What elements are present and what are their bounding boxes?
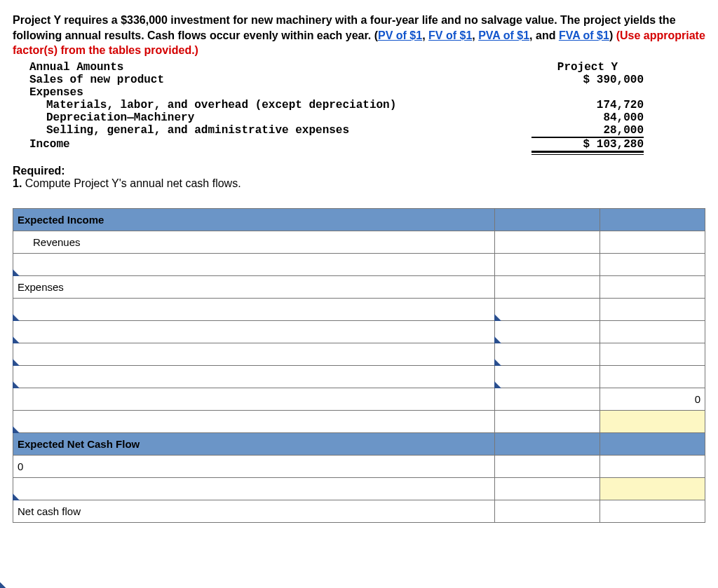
depreciation-value: 84,000 [531,111,644,124]
expected-net-cash-flow-header: Expected Net Cash Flow [13,433,495,456]
dropdown-input-2[interactable] [13,299,495,321]
input-7-col1[interactable] [495,478,600,500]
sales-label: Sales of new product [13,74,164,86]
subtotal-label[interactable] [13,388,495,411]
pva-link[interactable]: PVA of $1 [478,29,529,41]
input-4-col2[interactable] [600,343,705,366]
net-cash-flow-label: Net cash flow [13,500,495,523]
ncf-col2-header [600,433,705,456]
income-statement: Annual Amounts Project Y Sales of new pr… [13,61,644,155]
fva-link[interactable]: FVA of $1 [559,29,609,41]
required-title: Required: [13,165,65,177]
revenues-col1[interactable] [495,231,600,254]
expenses-col2[interactable] [600,276,705,299]
problem-statement: Project Y requires a $336,000 investment… [13,13,705,58]
ncf-zero-col1[interactable] [495,456,600,478]
col2-header [600,209,705,231]
input-4-col1[interactable] [495,343,600,366]
ncf-col1-header [495,433,600,456]
dropdown-input-5[interactable] [13,366,495,388]
fv-link[interactable]: FV of $1 [428,29,472,41]
required-item-text: Compute Project Y's annual net cash flow… [22,177,241,189]
dropdown-input-4[interactable] [13,343,495,366]
expenses-header-label: Expenses [13,86,83,99]
input-5-col2[interactable] [600,366,705,388]
income-label: Income [13,138,70,151]
sales-value: $ 390,000 [531,74,644,86]
input-7-col2-highlight[interactable] [600,478,705,500]
expenses-section-label: Expenses [13,276,495,299]
input-6-col1[interactable] [495,411,600,433]
project-y-header: Project Y [531,61,644,74]
sga-value: 28,000 [531,124,644,137]
ncf-zero-label: 0 [13,456,495,478]
income-value: $ 103,280 [531,138,644,151]
ncf-zero-col2[interactable] [600,456,705,478]
sga-label: Selling, general, and administrative exp… [13,124,349,137]
pv-link[interactable]: PV of $1 [378,29,422,41]
expected-income-header: Expected Income [13,209,495,231]
revenues-label: Revenues [13,231,495,254]
input-3-col1[interactable] [495,321,600,343]
input-3-col2[interactable] [600,321,705,343]
net-cash-flow-col2[interactable] [600,500,705,523]
revenues-col2[interactable] [600,231,705,254]
subtotal-col2: 0 [600,388,705,411]
depreciation-label: Depreciation—Machinery [13,111,194,124]
dropdown-input-6[interactable] [13,411,495,433]
dropdown-input-3[interactable] [13,321,495,343]
answer-grid: Expected Income Revenues Expenses [13,208,705,523]
required-item-number: 1. [13,177,22,189]
input-2-col2[interactable] [600,299,705,321]
required-section: Required: 1. Compute Project Y's annual … [13,165,705,190]
dropdown-input-7[interactable] [13,478,495,500]
annual-amounts-label: Annual Amounts [13,61,123,74]
input-5-col1[interactable] [495,366,600,388]
dropdown-input-1[interactable] [13,254,495,276]
materials-value: 174,720 [531,99,644,111]
subtotal-col1[interactable] [495,388,600,411]
input-1-col1[interactable] [495,254,600,276]
materials-label: Materials, labor, and overhead (except d… [13,99,396,111]
expenses-col1[interactable] [495,276,600,299]
input-2-col1[interactable] [495,299,600,321]
net-cash-flow-col1[interactable] [495,500,600,523]
col1-header [495,209,600,231]
input-6-col2-highlight[interactable] [600,411,705,433]
input-1-col2[interactable] [600,254,705,276]
